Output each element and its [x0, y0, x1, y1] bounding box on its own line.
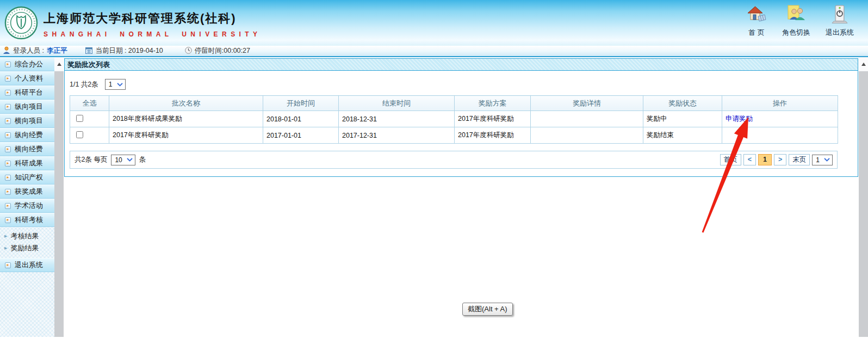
header-nav: 首 页 角色切换 [746, 4, 854, 38]
cell-reward-plan: 2017年度科研奖励 [455, 127, 531, 144]
pager-unit-text: 条 [139, 155, 146, 164]
column-header: 开始时间 [263, 96, 339, 111]
calendar-icon [85, 47, 92, 56]
expand-icon: ▸ [5, 203, 11, 209]
page-jump-select[interactable]: 1 [105, 79, 126, 90]
sidebar-item-label: 纵向经费 [15, 130, 43, 140]
panel-title: 奖励批次列表 [65, 59, 858, 71]
cell-start-date: 2017-01-01 [263, 127, 339, 144]
column-header: 操作 [722, 96, 838, 111]
expand-icon: ▸ [5, 262, 11, 268]
scroll-up-button[interactable] [54, 57, 64, 71]
row-checkbox[interactable] [76, 131, 83, 138]
sidebar-item-label: 横向经费 [15, 144, 43, 154]
university-logo-icon [4, 6, 38, 42]
sidebar-item-label: 科研成果 [15, 158, 43, 168]
sidebar-subitem[interactable]: ▶ 考核结果 [0, 230, 54, 242]
sidebar-item[interactable]: ▸ 知识产权 [0, 170, 54, 185]
first-page-button[interactable]: 首页 [720, 154, 741, 165]
stay-time: 停留时间:00:00:27 [195, 46, 250, 56]
cell-start-date: 2018-01-01 [263, 111, 339, 127]
page-number-select[interactable]: 1 [812, 155, 833, 165]
sidebar-item[interactable]: ▸ 学术活动 [0, 199, 54, 213]
table-row: 2017年度科研奖励 2017-01-01 2017-12-31 2017年度科… [70, 127, 838, 144]
sidebar-item-exit[interactable]: ▸ 退出系统 [0, 258, 54, 272]
expand-icon: ▸ [5, 76, 11, 82]
sidebar-item[interactable]: ▸ 个人资料 [0, 71, 54, 85]
sidebar-item[interactable]: ▸ 获奖成果 [0, 185, 54, 199]
expand-icon: ▸ [5, 217, 11, 223]
column-header: 奖励方案 [455, 96, 531, 111]
nav-role-switch[interactable]: 角色切换 [782, 4, 810, 38]
expand-icon: ▸ [5, 146, 11, 152]
sidebar-item-label: 科研平台 [15, 88, 43, 97]
sidebar-item[interactable]: ▸ 纵向经费 [0, 128, 54, 142]
sidebar-item[interactable]: ▸ 纵向项目 [0, 100, 54, 114]
next-page-button[interactable]: > [774, 154, 786, 165]
pagination-bar: 共2条 每页 10 条 首页 < 1 > 末页 [70, 151, 838, 169]
row-checkbox[interactable] [76, 115, 83, 122]
app-header: 上海师范大学科研管理系统(社科) SHANGHAI NORMAL UNIVERS… [0, 0, 868, 46]
sidebar-item[interactable]: ▸ 横向项目 [0, 114, 54, 128]
sidebar-item-label: 科研考核 [15, 215, 43, 225]
scroll-up-button[interactable] [859, 57, 868, 71]
sidebar-item[interactable]: ▸ 横向经费 [0, 142, 54, 156]
expand-icon: ▸ [5, 161, 11, 167]
screenshot-tooltip: 截图(Alt + A) [462, 303, 513, 316]
sidebar-subitem-label: 奖励结果 [10, 243, 39, 253]
table-row: 2018年度科研成果奖励 2018-01-01 2018-12-31 2017年… [70, 111, 838, 127]
sidebar-item[interactable]: ▸ 综合办公 [0, 57, 54, 71]
scroll-up-icon [57, 63, 61, 66]
expand-icon: ▸ [5, 175, 11, 181]
sidebar-item[interactable]: ▸ 科研考核 [0, 213, 54, 227]
apply-reward-link[interactable]: 申请奖励 [726, 115, 753, 122]
status-bar: 登录人员 : 李正平 当前日期 : 2019-04-10 停留时间:00:00:… [0, 46, 868, 57]
expand-icon: ▸ [5, 118, 11, 124]
login-label: 登录人员 : [13, 46, 44, 56]
sidebar-item-label: 综合办公 [15, 59, 43, 69]
sidebar-item-label: 退出系统 [15, 260, 43, 270]
scrollbar-thumb[interactable] [54, 71, 64, 337]
role-switch-icon [786, 4, 806, 26]
nav-home[interactable]: 首 页 [746, 4, 767, 38]
cell-reward-detail [531, 127, 643, 144]
sidebar-item[interactable]: ▸ 科研平台 [0, 85, 54, 100]
cell-batch-name: 2018年度科研成果奖励 [109, 111, 263, 127]
submenu-arrow-icon: ▶ [4, 234, 7, 238]
app-title: 上海师范大学科研管理系统(社科) [44, 10, 262, 27]
reward-batch-table: 全选批次名称开始时间结束时间奖励方案奖励详情奖励状态操作 2018年度科研成果奖… [70, 95, 838, 144]
logout-icon [831, 4, 848, 26]
sidebar-scrollbar[interactable] [54, 57, 64, 337]
cell-end-date: 2018-12-31 [339, 111, 455, 127]
per-page-select[interactable]: 10 [111, 155, 135, 165]
nav-logout[interactable]: 退出系统 [826, 4, 854, 38]
sidebar-subitem-label: 考核结果 [10, 231, 39, 241]
column-header: 结束时间 [339, 96, 455, 111]
column-header: 批次名称 [109, 96, 263, 111]
sidebar-item[interactable]: ▸ 科研成果 [0, 156, 54, 170]
column-header: 全选 [70, 96, 109, 111]
page-scrollbar[interactable] [859, 57, 868, 337]
reward-batch-panel: 奖励批次列表 1/1 共2条 1 全选批次名称开始时间结束时间奖励方案奖 [64, 58, 858, 177]
nav-home-label: 首 页 [748, 28, 765, 38]
per-page-value: 10 [115, 156, 122, 164]
expand-icon: ▸ [5, 104, 11, 110]
sidebar-item-label: 横向项目 [15, 116, 43, 126]
cell-reward-status: 奖励中 [643, 111, 722, 127]
current-page-button[interactable]: 1 [758, 154, 772, 165]
last-page-button[interactable]: 末页 [789, 154, 810, 165]
sidebar-item-label: 知识产权 [15, 173, 43, 182]
scrollbar-thumb[interactable] [859, 71, 868, 337]
select-arrow-icon [824, 158, 830, 162]
app-subtitle: SHANGHAI NORMAL UNIVERSITY [44, 30, 262, 38]
page-number-value: 1 [816, 156, 820, 164]
login-user: 李正平 [47, 46, 67, 56]
cell-reward-plan: 2017年度科研奖励 [455, 111, 531, 127]
nav-role-switch-label: 角色切换 [782, 28, 810, 38]
submenu-arrow-icon: ▶ [4, 246, 7, 250]
prev-page-button[interactable]: < [743, 154, 756, 165]
nav-logout-label: 退出系统 [826, 28, 854, 38]
sidebar-subitem[interactable]: ▶ 奖励结果 [0, 242, 54, 254]
cell-reward-status: 奖励结束 [643, 127, 722, 144]
sidebar: ▸ 综合办公 ▸ 个人资料 ▸ 科研平台 ▸ 纵向项目 ▸ 横向项目 ▸ 纵向经… [0, 57, 54, 337]
